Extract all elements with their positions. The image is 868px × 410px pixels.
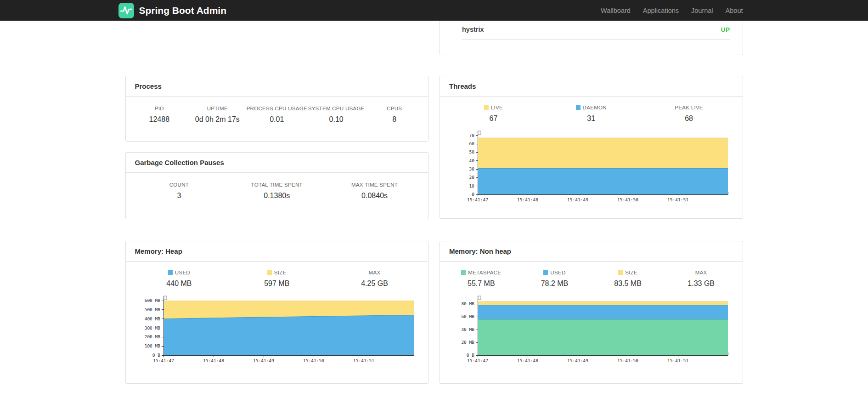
legend-label: DAEMON bbox=[583, 105, 607, 110]
brand-logo-icon bbox=[118, 2, 135, 19]
legend-item-size: SIZE 83.5 MB bbox=[591, 270, 665, 288]
legend-value: 4.25 GB bbox=[326, 279, 423, 288]
legend-label: MAX bbox=[695, 270, 707, 275]
heap-chart: 0 B100 MB200 MB300 MB400 MB500 MB600 MB1… bbox=[135, 294, 419, 368]
heap-legend: USED 440 MB SIZE 597 MB MAX bbox=[126, 262, 428, 288]
metric-label: TOTAL TIME SPENT bbox=[228, 182, 326, 188]
legend-value: 55.7 MB bbox=[445, 279, 518, 288]
svg-text:0 B: 0 B bbox=[152, 353, 160, 358]
legend-value: 68 bbox=[640, 114, 738, 123]
metric-cpus: CPUS 8 bbox=[365, 106, 423, 124]
svg-text:15:41:47: 15:41:47 bbox=[467, 358, 488, 363]
threads-panel: Threads LIVE 67 DAEMON 3 bbox=[440, 76, 743, 219]
nav-item-about[interactable]: About bbox=[726, 7, 743, 14]
size-swatch-icon bbox=[267, 270, 272, 275]
legend-item-metaspace: METASPACE 55.7 MB bbox=[445, 270, 518, 288]
threads-chart: 01020304050607015:41:4715:41:4815:41:491… bbox=[449, 129, 733, 207]
metaspace-swatch-icon bbox=[461, 270, 466, 275]
legend-label: METASPACE bbox=[468, 270, 501, 275]
nav-item-wallboard[interactable]: Wallboard bbox=[601, 7, 631, 14]
legend-item-max: MAX 4.25 GB bbox=[326, 270, 423, 288]
metric-system-cpu: SYSTEM CPU USAGE 0.10 bbox=[307, 106, 366, 124]
navbar: Spring Boot Admin Wallboard Applications… bbox=[0, 0, 868, 21]
live-swatch-icon bbox=[484, 105, 489, 110]
nav-links: Wallboard Applications Journal About bbox=[601, 7, 743, 14]
svg-text:20 MB: 20 MB bbox=[461, 340, 474, 345]
size-swatch-icon bbox=[618, 270, 623, 275]
legend-item-peak-live: PEAK LIVE 68 bbox=[640, 105, 738, 123]
svg-text:15:41:50: 15:41:50 bbox=[617, 358, 638, 363]
row-main: Process PID 12488 UPTIME 0d 0h 2m 17s PR… bbox=[125, 76, 743, 219]
metric-value: 3 bbox=[130, 192, 228, 200]
legend-label: SIZE bbox=[625, 270, 637, 275]
row-status: hystrix UP bbox=[125, 21, 743, 55]
gc-metrics: COUNT 3 TOTAL TIME SPENT 0.1380s MAX TIM… bbox=[126, 173, 428, 211]
metric-value: 0.0840s bbox=[326, 192, 423, 200]
metric-gc-max-time: MAX TIME SPENT 0.0840s bbox=[326, 182, 423, 200]
svg-text:10: 10 bbox=[469, 183, 475, 188]
brand-link[interactable]: Spring Boot Admin bbox=[118, 2, 227, 19]
metric-value: 12488 bbox=[130, 115, 189, 124]
svg-text:60: 60 bbox=[469, 141, 475, 146]
legend-label: USED bbox=[175, 270, 190, 275]
brand-title: Spring Boot Admin bbox=[139, 5, 227, 16]
process-panel: Process PID 12488 UPTIME 0d 0h 2m 17s PR… bbox=[125, 76, 429, 142]
metric-label: PID bbox=[130, 106, 189, 111]
legend-value: 1.33 GB bbox=[665, 279, 738, 288]
metric-label: SYSTEM CPU USAGE bbox=[307, 106, 366, 111]
application-name[interactable]: hystrix bbox=[462, 26, 484, 33]
svg-text:30: 30 bbox=[469, 166, 475, 171]
svg-text:500 MB: 500 MB bbox=[144, 307, 160, 312]
legend-value: 440 MB bbox=[130, 279, 228, 288]
status-spacer-col bbox=[125, 21, 429, 55]
svg-text:15:41:51: 15:41:51 bbox=[353, 358, 374, 363]
legend-label: MAX bbox=[369, 270, 381, 275]
svg-text:15:41:49: 15:41:49 bbox=[567, 358, 588, 363]
application-status-panel: hystrix UP bbox=[440, 21, 743, 55]
svg-text:15:41:49: 15:41:49 bbox=[253, 358, 274, 363]
legend-label: PEAK LIVE bbox=[675, 105, 703, 110]
nav-item-journal[interactable]: Journal bbox=[691, 7, 713, 14]
legend-label: LIVE bbox=[491, 105, 503, 110]
svg-text:300 MB: 300 MB bbox=[144, 325, 160, 330]
legend-value: 78.2 MB bbox=[518, 279, 592, 288]
application-status-row: hystrix UP bbox=[462, 21, 730, 40]
svg-text:0: 0 bbox=[472, 192, 474, 197]
metric-process-cpu: PROCESS CPU USAGE 0.01 bbox=[247, 106, 307, 124]
metric-pid: PID 12488 bbox=[130, 106, 189, 124]
svg-text:40: 40 bbox=[469, 158, 475, 163]
threads-panel-title: Threads bbox=[440, 76, 743, 97]
process-metrics: PID 12488 UPTIME 0d 0h 2m 17s PROCESS CP… bbox=[126, 97, 428, 135]
svg-text:15:41:47: 15:41:47 bbox=[467, 197, 488, 202]
svg-text:15:41:50: 15:41:50 bbox=[303, 358, 324, 363]
svg-text:40 MB: 40 MB bbox=[461, 327, 474, 332]
status-badge: UP bbox=[721, 26, 730, 33]
memory-heap-panel: Memory: Heap USED 440 MB SIZE bbox=[125, 241, 429, 384]
legend-item-used: USED 440 MB bbox=[130, 270, 228, 288]
legend-value: 31 bbox=[542, 114, 640, 123]
nav-item-applications[interactable]: Applications bbox=[643, 7, 679, 14]
metric-gc-count: COUNT 3 bbox=[130, 182, 228, 200]
legend-item-used: USED 78.2 MB bbox=[518, 270, 592, 288]
metric-value: 0.10 bbox=[307, 115, 366, 124]
svg-text:15:41:49: 15:41:49 bbox=[567, 197, 588, 202]
right-col: Threads LIVE 67 DAEMON 3 bbox=[440, 76, 743, 219]
metric-uptime: UPTIME 0d 0h 2m 17s bbox=[188, 106, 247, 124]
row-memory: Memory: Heap USED 440 MB SIZE bbox=[125, 241, 743, 384]
used-swatch-icon bbox=[168, 270, 173, 275]
svg-text:400 MB: 400 MB bbox=[144, 316, 160, 321]
heap-col: Memory: Heap USED 440 MB SIZE bbox=[125, 241, 429, 384]
nonheap-chart: 0 B20 MB40 MB60 MB80 MB15:41:4715:41:481… bbox=[449, 294, 733, 368]
status-col: hystrix UP bbox=[440, 21, 743, 55]
svg-text:60 MB: 60 MB bbox=[461, 314, 474, 319]
svg-text:70: 70 bbox=[469, 133, 475, 138]
svg-text:15:41:48: 15:41:48 bbox=[517, 358, 538, 363]
metric-label: PROCESS CPU USAGE bbox=[247, 106, 307, 111]
memory-heap-panel-title: Memory: Heap bbox=[126, 241, 428, 262]
metric-label: UPTIME bbox=[188, 106, 247, 111]
metric-value: 0d 0h 2m 17s bbox=[188, 115, 247, 124]
legend-value: 67 bbox=[445, 114, 542, 123]
legend-value: 83.5 MB bbox=[591, 279, 665, 288]
svg-text:15:41:50: 15:41:50 bbox=[617, 197, 638, 202]
legend-value: 597 MB bbox=[228, 279, 326, 288]
